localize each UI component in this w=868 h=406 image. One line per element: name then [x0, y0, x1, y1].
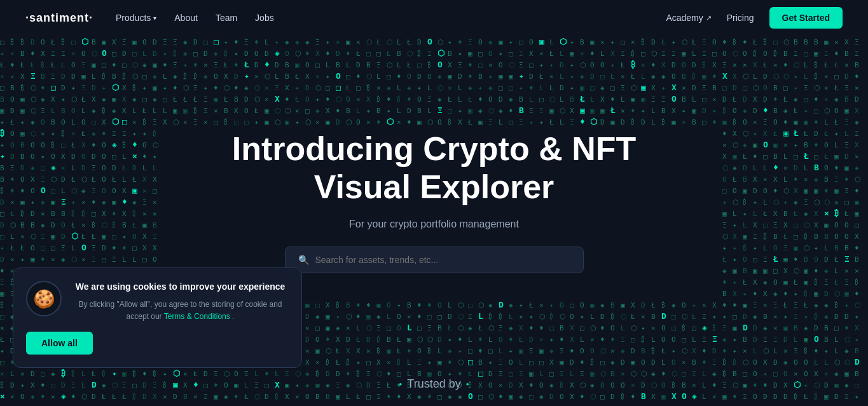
cookie-banner: 🍪 We are using cookies to improve your e…: [13, 267, 302, 368]
cookie-icon: 🍪: [26, 281, 62, 316]
academy-link[interactable]: Academy ↗: [666, 13, 711, 23]
cookie-text-block: We are using cookies to improve your exp…: [72, 281, 289, 323]
search-bar: 🔍: [285, 247, 584, 273]
cookie-body: By clicking "Allow all", you agree to th…: [72, 299, 289, 323]
nav-links: Products ▾ About Team Jobs: [116, 12, 274, 24]
trusted-dot-right: ●: [466, 381, 469, 387]
search-icon: 🔍: [298, 255, 309, 265]
allow-all-button[interactable]: Allow all: [26, 332, 93, 355]
pricing-link[interactable]: Pricing: [727, 13, 754, 23]
trusted-by-label: Trusted by: [407, 377, 460, 391]
cookie-body-end: .: [232, 312, 234, 321]
navbar: ·santiment· Products ▾ About Team Jobs A…: [0, 0, 868, 36]
hero-title: Introducing Crypto & NFT Visual Explorer: [180, 130, 689, 206]
cookie-terms-link[interactable]: Terms & Conditions: [164, 312, 230, 321]
get-started-button[interactable]: Get Started: [769, 7, 843, 29]
cookie-top: 🍪 We are using cookies to improve your e…: [26, 281, 289, 323]
trusted-by-section: ● Trusted by ●: [399, 377, 469, 391]
logo: ·santiment·: [25, 11, 93, 25]
hero-content: Introducing Crypto & NFT Visual Explorer…: [180, 130, 689, 274]
chevron-down-icon: ▾: [153, 15, 156, 22]
nav-team[interactable]: Team: [216, 12, 237, 24]
cookie-title: We are using cookies to improve your exp…: [72, 281, 289, 294]
nav-jobs[interactable]: Jobs: [255, 12, 274, 24]
external-link-icon: ↗: [706, 14, 712, 22]
hero-subtitle: For your crypto portfolio management: [349, 219, 519, 230]
hero-section: Introducing Crypto & NFT Visual Explorer…: [0, 36, 868, 406]
nav-products[interactable]: Products ▾: [116, 13, 156, 23]
nav-right: Academy ↗ Pricing Get Started: [666, 7, 843, 29]
trusted-dot-left: ●: [399, 381, 402, 387]
nav-left: ·santiment· Products ▾ About Team Jobs: [25, 11, 274, 25]
search-input[interactable]: [315, 255, 570, 265]
nav-about[interactable]: About: [174, 12, 198, 24]
